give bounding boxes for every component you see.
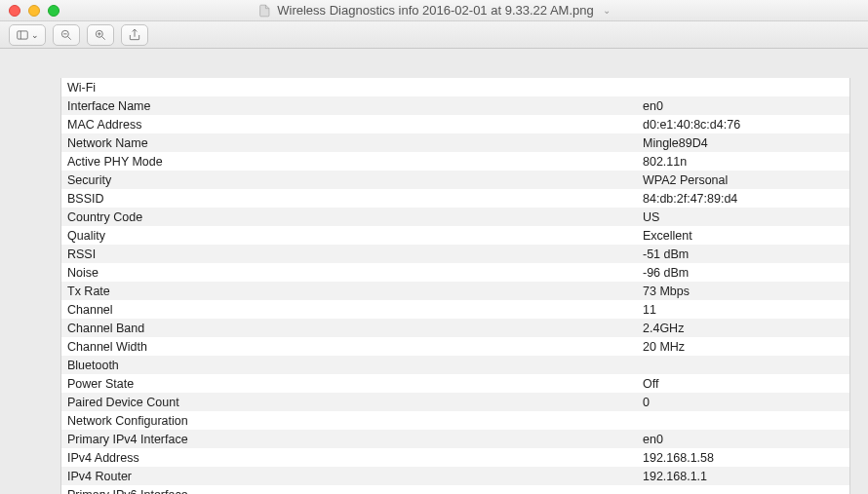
close-button[interactable]: [9, 5, 20, 17]
property-value: 20 MHz: [637, 340, 849, 354]
minimize-button[interactable]: [28, 5, 40, 17]
property-value: 0: [637, 396, 849, 409]
property-value: 192.168.1.58: [637, 451, 849, 465]
window-title-text: Wireless Diagnostics info 2016-02-01 at …: [277, 3, 593, 18]
property-key: RSSI: [61, 247, 637, 261]
maximize-button[interactable]: [48, 5, 59, 17]
property-key: IPv4 Router: [61, 470, 637, 483]
section-header: Network Configuration: [61, 411, 849, 430]
property-key: BSSID: [61, 192, 637, 206]
window-title: Wireless Diagnostics info 2016-02-01 at …: [257, 3, 610, 18]
table-row: Tx Rate73 Mbps: [61, 282, 849, 300]
section-title: Network Configuration: [61, 414, 637, 428]
table-row: IPv4 Address192.168.1.58: [61, 448, 849, 467]
property-value: 192.168.1.1: [637, 470, 849, 483]
property-value: Off: [637, 377, 849, 391]
table-row: Noise-96 dBm: [61, 263, 849, 282]
property-value: d0:e1:40:8c:d4:76: [637, 118, 849, 132]
property-value: en0: [637, 99, 849, 113]
chevron-down-icon: ⌄: [31, 30, 39, 40]
property-key: Interface Name: [61, 99, 637, 113]
zoom-out-button[interactable]: [53, 24, 80, 46]
table-row: Channel Band2.4GHz: [61, 319, 849, 337]
property-key: Network Name: [61, 136, 637, 150]
properties-table: Wi-FiInterface Nameen0MAC Addressd0:e1:4…: [60, 78, 850, 494]
table-row: IPv4 Router192.168.1.1: [61, 467, 849, 485]
section-title: Bluetooth: [61, 359, 637, 372]
section-title: Wi-Fi: [61, 81, 637, 95]
property-value: -: [637, 488, 849, 495]
table-row: Network NameMingle89D4: [61, 133, 849, 152]
table-row: RSSI-51 dBm: [61, 245, 849, 263]
table-row: QualityExcellent: [61, 226, 849, 245]
property-value: 2.4GHz: [637, 322, 849, 335]
property-key: Paired Device Count: [61, 396, 637, 409]
property-value: Excellent: [637, 229, 849, 243]
property-value: en0: [637, 433, 849, 446]
property-value: WPA2 Personal: [637, 173, 849, 187]
property-key: MAC Address: [61, 118, 637, 132]
property-key: Channel: [61, 303, 637, 317]
table-row: Country CodeUS: [61, 208, 849, 226]
property-value: 73 Mbps: [637, 285, 849, 298]
title-dropdown-chevron-icon[interactable]: ⌄: [603, 5, 611, 16]
property-value: US: [637, 210, 849, 224]
property-key: Noise: [61, 266, 637, 280]
property-key: Security: [61, 173, 637, 187]
svg-line-3: [68, 36, 71, 39]
file-icon: [257, 4, 271, 18]
table-row: SecurityWPA2 Personal: [61, 171, 849, 189]
property-key: Tx Rate: [61, 285, 637, 298]
property-key: Primary IPv6 Interface: [61, 488, 637, 495]
table-row: Power StateOff: [61, 374, 849, 393]
table-row: Channel11: [61, 300, 849, 319]
property-key: Power State: [61, 377, 637, 391]
table-row: Primary IPv4 Interfaceen0: [61, 430, 849, 448]
svg-rect-0: [18, 30, 28, 38]
table-row: MAC Addressd0:e1:40:8c:d4:76: [61, 115, 849, 133]
table-row: Paired Device Count0: [61, 393, 849, 411]
table-row: Active PHY Mode802.11n: [61, 152, 849, 171]
property-value: -96 dBm: [637, 266, 849, 280]
toolbar: ⌄: [0, 21, 868, 49]
property-value: 802.11n: [637, 155, 849, 169]
table-row: Interface Nameen0: [61, 96, 849, 115]
property-value: 84:db:2f:47:89:d4: [637, 192, 849, 206]
property-key: IPv4 Address: [61, 451, 637, 465]
property-key: Active PHY Mode: [61, 155, 637, 169]
traffic-lights: [0, 5, 59, 17]
zoom-in-button[interactable]: [87, 24, 114, 46]
sidebar-toggle-button[interactable]: ⌄: [9, 24, 46, 46]
property-value: 11: [637, 303, 849, 317]
window-titlebar: Wireless Diagnostics info 2016-02-01 at …: [0, 0, 868, 21]
table-row: BSSID84:db:2f:47:89:d4: [61, 189, 849, 208]
table-row: Primary IPv6 Interface-: [61, 485, 849, 494]
svg-line-6: [102, 36, 105, 39]
property-value: Mingle89D4: [637, 136, 849, 150]
left-strip: [0, 49, 60, 494]
property-value: -51 dBm: [637, 247, 849, 261]
content-area: Wi-FiInterface Nameen0MAC Addressd0:e1:4…: [0, 49, 868, 494]
share-button[interactable]: [121, 24, 148, 46]
property-key: Quality: [61, 229, 637, 243]
property-key: Channel Band: [61, 322, 637, 335]
section-header: Wi-Fi: [61, 78, 849, 96]
table-row: Channel Width20 MHz: [61, 337, 849, 356]
property-key: Primary IPv4 Interface: [61, 433, 637, 446]
section-header: Bluetooth: [61, 356, 849, 374]
property-key: Country Code: [61, 210, 637, 224]
property-key: Channel Width: [61, 340, 637, 354]
